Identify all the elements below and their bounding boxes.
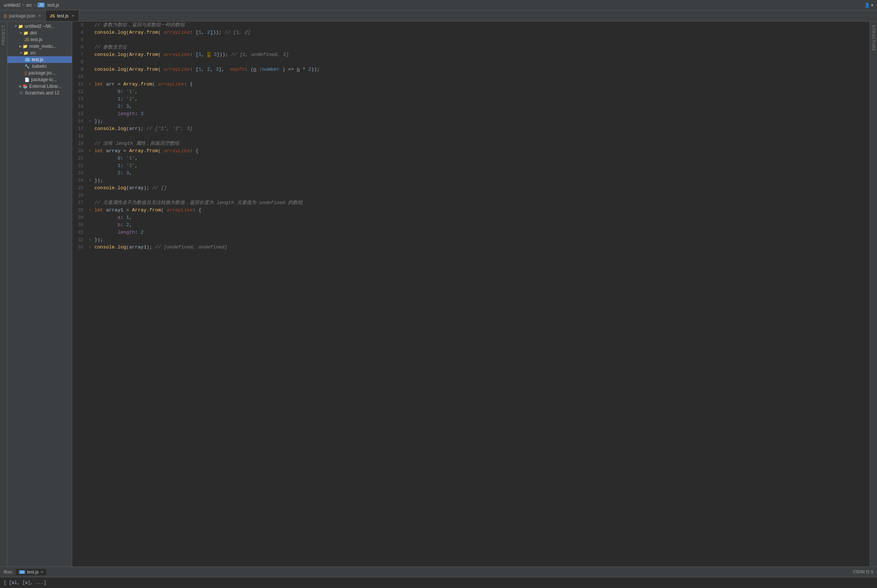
tree-item-src-testjs[interactable]: JS test.js [8, 56, 72, 63]
line-number: 21 [72, 155, 87, 162]
structure-strip: Structure [869, 21, 877, 567]
structure-label: Structure [871, 25, 875, 51]
code-line-14: 14 2: 3, [72, 103, 869, 110]
line-number: 9 [72, 66, 87, 74]
tree-item-package-json[interactable]: {} package.jsc... [8, 70, 72, 76]
line-content: a: 1, [93, 214, 869, 221]
code-line-30: 30 b: 2, [72, 221, 869, 229]
js-icon-src-testjs: JS [24, 58, 30, 62]
code-line-10: 10 [72, 74, 869, 81]
tree-item-node-modules[interactable]: ▶ 📁 node_modu... [8, 43, 72, 50]
line-number: 3 [72, 21, 87, 29]
tree-label-scratches: Scratches and 12 [25, 90, 59, 96]
line-content: console.log(array1); // [undefined, unde… [93, 244, 869, 251]
code-line-12: 12 0: '1', [72, 88, 869, 96]
tree-label-external-lib: External Librar... [29, 84, 62, 89]
code-line-6: 6// 参数含空位 [72, 44, 869, 51]
code-line-22: 22 1: '2', [72, 162, 869, 170]
file-tree: ▼ 📁 untitled2 ~/W... ▼ 📁 dist JS test.js… [8, 21, 72, 567]
line-gutter[interactable]: ▽ [87, 244, 93, 251]
code-line-16: 16▽}); [72, 118, 869, 125]
line-number: 7 [72, 51, 87, 58]
tree-label-untitled2: untitled2 ~/W... [25, 24, 54, 29]
tab-package-json[interactable]: {} package.json ✕ [0, 10, 46, 21]
code-editor[interactable]: 3// 参数为数组，返回与原数组一样的数组4console.log(Array.… [72, 21, 869, 567]
folder-icon-src: 📁 [23, 51, 29, 56]
console-area: [ [al, [a], ...] [0, 577, 877, 588]
console-output: [ [al, [a], ...] [4, 580, 46, 585]
line-number: 11 [72, 81, 87, 88]
chevron-untitled2: ▼ [14, 24, 17, 28]
title-bar: untitled2 > src > JS test.js 👤 ▾ [0, 0, 877, 10]
tree-item-src[interactable]: ▼ 📁 src [8, 50, 72, 56]
tab-bar: {} package.json ✕ JS test.js ✕ [0, 10, 877, 21]
code-line-5: 5 [72, 36, 869, 44]
tree-item-scratches[interactable]: 🗒 Scratches and 12 [8, 90, 72, 96]
status-info: CSON 行:5 [853, 569, 873, 574]
project-strip-label: Project [2, 25, 6, 45]
project-name: untitled2 [4, 3, 20, 8]
line-content: 2: 3, [93, 103, 869, 110]
close-package-json[interactable]: ✕ [38, 14, 42, 18]
code-line-13: 13 1: '2', [72, 96, 869, 103]
line-content: 1: '2', [93, 96, 869, 103]
line-content: }); [93, 118, 869, 125]
line-gutter[interactable]: ▽ [87, 147, 93, 155]
tree-item-dist-testjs[interactable]: JS test.js [8, 36, 72, 43]
line-number: 23 [72, 170, 87, 177]
code-line-28: 28▽let array1 = Array.from( arrayLike: { [72, 207, 869, 214]
line-number: 31 [72, 229, 87, 236]
line-gutter[interactable]: ▽ [87, 81, 93, 88]
line-content: }); [93, 236, 869, 244]
tree-label-src: src [30, 50, 36, 56]
line-content: // 没有 length 属性，则返回空数组 [93, 140, 869, 147]
tree-item-dist[interactable]: ▼ 📁 dist [8, 30, 72, 36]
project-strip: Project [0, 21, 8, 567]
scratches-icon: 🗒 [19, 91, 23, 95]
tree-label-babelrc: .babelrc [31, 64, 47, 69]
tree-item-external-lib[interactable]: ▶ 📚 External Librar... [8, 83, 72, 90]
editor-area: 3// 参数为数组，返回与原数组一样的数组4console.log(Array.… [72, 21, 869, 567]
code-line-18: 18 [72, 132, 869, 140]
code-line-29: 29 a: 1, [72, 214, 869, 221]
tab-test-js[interactable]: JS test.js ✕ [46, 10, 79, 21]
tree-item-babelrc[interactable]: 🔧 .babelrc [8, 63, 72, 70]
line-gutter[interactable]: ▽ [87, 207, 93, 214]
tree-item-untitled2[interactable]: ▼ 📁 untitled2 ~/W... [8, 23, 72, 30]
code-line-4: 4console.log(Array.from( arrayLike: [1, … [72, 29, 869, 36]
line-content: }); [93, 177, 869, 184]
line-gutter[interactable]: ▽ [87, 236, 93, 244]
code-line-31: 31 length: 2 [72, 229, 869, 236]
close-test-js[interactable]: ✕ [71, 14, 75, 18]
code-line-21: 21 0: '1', [72, 155, 869, 162]
line-content: console.log(arr); // ['1', '2', 3] [93, 125, 869, 132]
line-gutter[interactable]: ▽ [87, 118, 93, 125]
code-line-3: 3// 参数为数组，返回与原数组一样的数组 [72, 21, 869, 29]
tree-label-dist-testjs: test.js [31, 37, 42, 42]
line-content: 0: '1', [93, 88, 869, 96]
line-content: length: 3 [93, 110, 869, 118]
breadcrumb-sep2: > [33, 3, 36, 8]
line-gutter[interactable]: ▽ [87, 177, 93, 184]
run-tab-testjs[interactable]: JS test.js ✕ [16, 569, 46, 575]
line-content: let array = Array.from( arrayLike: { [93, 147, 869, 155]
code-line-32: 32▽}); [72, 236, 869, 244]
tree-label-package-lock: package-lo... [31, 77, 57, 82]
generic-icon-package-lock: 📄 [24, 77, 30, 82]
line-number: 25 [72, 184, 87, 192]
tree-label-src-testjs: test.js [32, 57, 44, 62]
code-line-27: 27// 元素属性名不为数值且无法转换为数值，返回长度为 length 元素值为… [72, 199, 869, 207]
tree-item-package-lock[interactable]: 📄 package-lo... [8, 76, 72, 83]
line-content: b: 2, [93, 221, 869, 229]
line-content: // 参数含空位 [93, 44, 869, 51]
tree-label-package-json: package.jsc... [29, 70, 56, 75]
folder-icon-untitled2: 📁 [18, 24, 23, 29]
line-number: 13 [72, 96, 87, 103]
line-content: 0: '1', [93, 155, 869, 162]
generic-icon-babelrc: 🔧 [24, 64, 30, 69]
line-number: 28 [72, 207, 87, 214]
profile-icon[interactable]: 👤 ▾ [864, 3, 873, 8]
code-line-11: 11▽let arr = Array.from( arrayLike: { [72, 81, 869, 88]
code-line-19: 19// 没有 length 属性，则返回空数组 [72, 140, 869, 147]
run-tab-close[interactable]: ✕ [41, 570, 44, 574]
